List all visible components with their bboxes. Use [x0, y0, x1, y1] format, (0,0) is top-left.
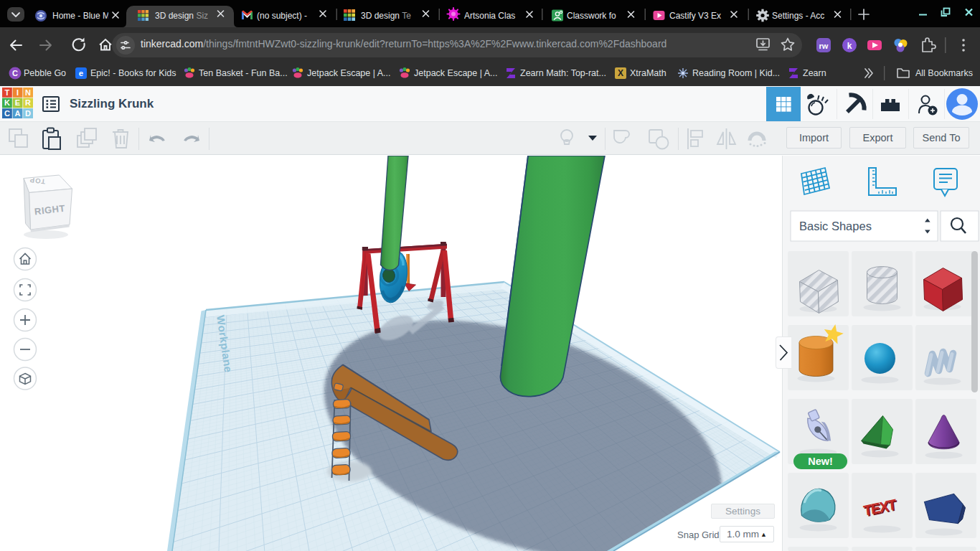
svg-text:Basic Shapes: Basic Shapes	[799, 220, 872, 232]
svg-text:rw: rw	[819, 42, 829, 50]
svg-text:C: C	[12, 69, 18, 77]
svg-text:R: R	[25, 98, 31, 107]
svg-text:New!: New!	[808, 456, 833, 467]
svg-text:N: N	[25, 88, 31, 97]
svg-text:E: E	[15, 98, 20, 107]
svg-text:I: I	[17, 88, 19, 97]
svg-text:k: k	[847, 41, 852, 51]
svg-text:e: e	[79, 69, 83, 77]
svg-text:A: A	[15, 109, 21, 118]
svg-text:K: K	[4, 98, 10, 107]
svg-text:C: C	[4, 109, 10, 118]
svg-text:T: T	[5, 88, 10, 97]
svg-text:D: D	[25, 109, 31, 118]
svg-text:X: X	[618, 68, 623, 78]
svg-text:Sizzling Krunk: Sizzling Krunk	[70, 97, 154, 110]
